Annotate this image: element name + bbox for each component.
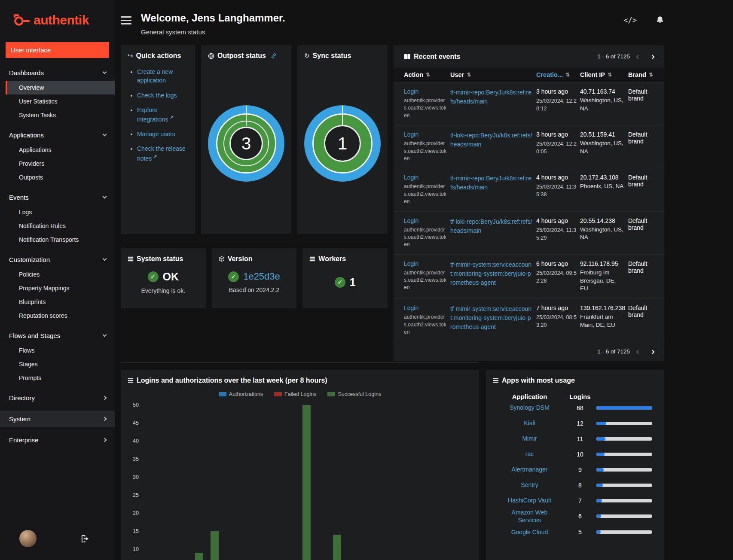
events-column-brand[interactable]: Brand⇅ [628, 71, 658, 78]
app-name-hashicorp-vault[interactable]: HashiCorp Vault [501, 496, 558, 505]
sort-icon: ⇅ [426, 72, 430, 78]
sidebar-item-reputation-scores[interactable]: Reputation scores [6, 309, 115, 323]
hamburger-menu-button[interactable] [121, 16, 131, 24]
event-ip: 20.51.159.41 [580, 131, 625, 138]
event-client-ip-cell: 92.116.178.95Freiburg im Breisgau, DE, E… [580, 260, 625, 293]
sidebar-item-blueprints[interactable]: Blueprints [6, 295, 115, 309]
sidebar-item-notification-transports[interactable]: Notification Transports [6, 233, 115, 247]
event-timestamp: 25/03/2024, 08:53:20 [536, 313, 577, 329]
sidebar-item-user-statistics[interactable]: User Statistics [6, 94, 115, 108]
events-column-client-ip[interactable]: Client IP⇅ [580, 71, 625, 78]
sort-icon: ⇅ [467, 72, 471, 78]
legend-item-successful-logins[interactable]: Successful Logins [327, 391, 381, 397]
events-column-creatio[interactable]: Creatio...⇅ [536, 71, 577, 78]
event-action-link[interactable]: Login [404, 304, 418, 311]
event-action-link[interactable]: Login [404, 260, 418, 267]
app-name-mimir[interactable]: Mimir [501, 435, 558, 443]
sidebar-item-notification-rules[interactable]: Notification Rules [6, 219, 115, 233]
outpost-status-donut[interactable]: 3 [208, 105, 284, 182]
app-name-sentry[interactable]: Sentry [501, 481, 558, 489]
sidebar-section-header-events[interactable]: Events [0, 189, 115, 205]
sidebar-item-applications[interactable]: Applications [6, 143, 115, 157]
sidebar-item-logs[interactable]: Logs [6, 205, 115, 219]
quick-action-link-explore-integrations[interactable]: Explore integrations [137, 107, 168, 123]
event-time-relative: 3 hours ago [536, 88, 577, 95]
quick-action-link-manage-users[interactable]: Manage users [137, 131, 175, 137]
app-name-google-cloud[interactable]: Google Cloud [501, 528, 558, 536]
sidebar-item-system-tasks[interactable]: System Tasks [6, 108, 115, 122]
event-time-relative: 4 hours ago [536, 217, 577, 224]
sidebar-item-policies[interactable]: Policies [6, 268, 115, 281]
quick-action-link-check-the-release-notes[interactable]: Check the release notes [137, 145, 186, 161]
sign-out-icon[interactable] [81, 535, 89, 543]
authentik-logo[interactable]: authentik [0, 0, 115, 39]
logins-chart-title: Logins and authorizations over the last … [137, 377, 327, 384]
sync-status-title: Sync status [313, 52, 351, 60]
sidebar-item-stages[interactable]: Stages [6, 357, 115, 371]
quick-action-link-check-the-logs[interactable]: Check the logs [137, 92, 177, 99]
event-user-link[interactable]: tf-mimir-system:serviceaccount:monitorin… [450, 261, 531, 286]
notifications-bell-icon[interactable] [656, 15, 664, 24]
sidebar-item-outposts[interactable]: Outposts [6, 170, 115, 184]
pagination-next-button-top[interactable] [647, 52, 658, 61]
event-user-link[interactable]: tf-mimir-repo:BeryJu/k8s:ref:refs/heads/… [450, 175, 531, 191]
y-axis-tick: 20 [128, 510, 139, 516]
y-axis-tick: 15 [128, 528, 139, 534]
outpost-link-icon[interactable] [271, 53, 277, 59]
sidebar-item-providers[interactable]: Providers [6, 157, 115, 170]
chart-legend: AuthorizationsFailed LoginsSuccessful Lo… [128, 391, 472, 397]
event-action-link[interactable]: Login [404, 131, 418, 138]
event-action-link[interactable]: Login [404, 88, 418, 95]
quick-action-item: Explore integrations↗ [137, 106, 188, 124]
sync-status-value: 1 [324, 125, 361, 162]
sidebar-item-overview[interactable]: Overview [6, 81, 115, 94]
app-logins-count: 9 [569, 466, 591, 473]
chart-bar-successful-logins[interactable] [333, 535, 341, 560]
event-user-link[interactable]: tf-mimir-repo:BeryJu/k8s:ref:refs/heads/… [450, 89, 531, 105]
event-action-link[interactable]: Login [404, 217, 418, 224]
chart-bar-successful-logins[interactable] [195, 553, 203, 560]
quick-action-link-create-a-new-application[interactable]: Create a new application [137, 68, 173, 84]
app-name-rac[interactable]: rac [501, 450, 558, 458]
outpost-status-title: Outpost status [217, 52, 266, 60]
event-action-detail: authentik.providers.oauth2.views.token [404, 226, 447, 249]
events-table-row: Loginauthentik.providers.oauth2.views.to… [394, 82, 664, 125]
app-usage-bar [596, 453, 652, 456]
version-value[interactable]: 1e25d3e [243, 271, 280, 282]
chart-bar-successful-logins[interactable] [302, 405, 311, 560]
sync-status-donut[interactable]: 1 [304, 105, 381, 182]
sidebar-section-header-flows-and-stages[interactable]: Flows and Stages [0, 328, 115, 344]
sidebar-item-flows[interactable]: Flows [6, 344, 115, 357]
app-name-kiali[interactable]: Kiali [501, 419, 558, 427]
user-interface-button[interactable]: User interface [6, 42, 109, 58]
sidebar-section-header-directory[interactable]: Directory [0, 390, 115, 406]
user-avatar[interactable] [19, 530, 37, 547]
pagination-prev-button-top[interactable] [632, 52, 644, 61]
sidebar-section-header-applications[interactable]: Applications [0, 127, 115, 143]
app-name-alertmanager[interactable]: Alertmanager [501, 466, 558, 474]
sidebar-item-prompts[interactable]: Prompts [6, 371, 115, 385]
app-name-amazon-web-services[interactable]: Amazon Web Services [501, 508, 558, 525]
api-code-icon[interactable]: </> [623, 16, 637, 24]
version-card: Version ✓ 1e25d3e Based on 2024.2.2 [212, 248, 297, 308]
pagination-next-button-bottom[interactable] [647, 347, 658, 356]
sidebar-item-property-mappings[interactable]: Property Mappings [6, 281, 115, 295]
chart-bar-successful-logins[interactable] [211, 531, 219, 560]
event-user-link[interactable]: tf-loki-repo:BeryJu/k8s:ref:refs/heads/m… [450, 132, 532, 148]
events-column-user[interactable]: User⇅ [450, 71, 533, 78]
sidebar-section-header-dashboards[interactable]: Dashboards [0, 65, 115, 81]
sidebar-nav: DashboardsOverviewUser StatisticsSystem … [0, 65, 115, 524]
chevron-down-icon [103, 195, 107, 199]
legend-item-failed-logins[interactable]: Failed Logins [274, 391, 316, 397]
sidebar-section-header-system[interactable]: System [0, 411, 115, 427]
event-user-link[interactable]: tf-loki-repo:BeryJu/k8s:ref:refs/heads/m… [450, 218, 532, 234]
event-ip: 40.71.163.74 [580, 88, 625, 95]
events-column-action[interactable]: Action⇅ [404, 71, 447, 78]
event-user-link[interactable]: tf-mimir-system:serviceaccount:monitorin… [450, 305, 531, 330]
sidebar-section-header-enterprise[interactable]: Enterprise [0, 432, 115, 448]
sidebar-section-header-customization[interactable]: Customization [0, 252, 115, 268]
legend-item-authorizations[interactable]: Authorizations [219, 391, 263, 397]
pagination-prev-button-bottom[interactable] [632, 347, 644, 356]
event-action-link[interactable]: Login [404, 174, 418, 181]
app-name-synology-dsm[interactable]: Synology DSM [501, 404, 558, 412]
